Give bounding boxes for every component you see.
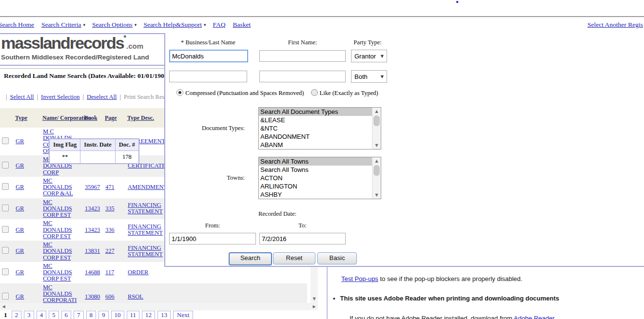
reset-button[interactable]: Reset	[273, 252, 315, 264]
row-type-desc-link[interactable]: FINANCING STATEMENT	[128, 223, 163, 236]
row-type-link[interactable]: GR	[16, 293, 24, 300]
date-to-input[interactable]	[259, 233, 346, 244]
scroll-right-icon[interactable]: ▶	[311, 303, 318, 310]
row-type-link[interactable]: GR	[16, 138, 24, 145]
row-type-link[interactable]: GR	[16, 269, 24, 276]
page-link[interactable]: 10	[111, 311, 124, 319]
listbox-scrollbar[interactable]: ▲ ▼	[372, 157, 381, 199]
scroll-up-icon[interactable]: ▲	[372, 157, 381, 165]
row-name-link[interactable]: MC DONALDS CORP EST	[43, 199, 72, 219]
compressed-radio[interactable]	[176, 89, 183, 96]
list-option[interactable]: ABANDONMENT	[259, 132, 372, 141]
page-link[interactable]: 12	[142, 311, 155, 319]
select-another-registry-link[interactable]: Select Another Regis	[587, 21, 643, 29]
row-name-link[interactable]: MC DONALDS CORP EST	[43, 263, 72, 282]
scrollbar-thumb[interactable]	[373, 115, 380, 126]
party-type-select-2[interactable]: Both ▼	[351, 70, 387, 83]
row-type-desc-link[interactable]: RSOL	[128, 293, 143, 300]
towns-listbox[interactable]: Search All TownsSearch All TownsACTONARL…	[258, 157, 381, 199]
page-link[interactable]: 7	[74, 311, 84, 319]
first-name-input-2[interactable]	[259, 71, 346, 82]
search-button[interactable]: Search	[229, 252, 272, 265]
row-type-link[interactable]: GR	[16, 247, 24, 254]
nav-item[interactable]: Search Criteria	[41, 21, 81, 29]
row-type-link[interactable]: GR	[16, 226, 24, 233]
nav-item[interactable]: Search Home	[0, 21, 34, 29]
horizontal-scrollbar[interactable]: ◀ ▶	[0, 303, 318, 310]
page-link[interactable]: 13	[157, 311, 171, 319]
listbox-scrollbar[interactable]: ▲ ▼	[372, 108, 381, 149]
row-page-link[interactable]: 606	[105, 293, 115, 300]
row-checkbox[interactable]	[2, 137, 9, 144]
page-link[interactable]: 2	[12, 311, 22, 319]
first-name-input[interactable]	[259, 50, 346, 62]
list-option[interactable]: Search All Towns	[259, 166, 372, 174]
sort-type[interactable]: Type	[15, 114, 27, 121]
row-checkbox[interactable]	[2, 205, 9, 211]
document-types-listbox[interactable]: Search All Document Types&LEASE&NTCABAND…	[258, 107, 381, 150]
row-page-link[interactable]: 471	[105, 184, 115, 190]
page-link[interactable]: 8	[86, 311, 97, 319]
page-link[interactable]: 6	[61, 311, 72, 319]
business-last-name-input-2[interactable]	[169, 71, 247, 82]
list-option[interactable]: &LEASE	[259, 116, 372, 124]
row-book-link[interactable]: 14688	[85, 269, 100, 276]
row-name-link[interactable]: MC DONALDS CORPORATION	[43, 284, 77, 303]
list-option[interactable]: Search All Towns	[259, 157, 372, 166]
scroll-down-icon[interactable]: ▼	[372, 142, 381, 149]
row-checkbox[interactable]	[2, 162, 9, 169]
row-checkbox[interactable]	[2, 183, 9, 190]
row-type-link[interactable]: GR	[16, 162, 24, 169]
nav-item[interactable]: Basket	[233, 21, 251, 29]
list-option[interactable]: &NTC	[259, 124, 372, 132]
party-type-select[interactable]: Grantor ▼	[351, 50, 387, 62]
nav-item[interactable]: Search Help&Support	[143, 21, 202, 29]
adobe-reader-link[interactable]: Adobe Reader	[514, 315, 555, 319]
row-page-link[interactable]: 117	[105, 269, 114, 276]
row-name-link[interactable]: MC DONALDS CORP EST	[43, 220, 72, 240]
test-popups-link[interactable]: Test Pop-ups	[341, 275, 378, 282]
sort-book[interactable]: Book	[84, 114, 98, 121]
page-link[interactable]: 9	[98, 311, 109, 319]
select-all-link[interactable]: Select All	[10, 94, 34, 100]
date-from-input[interactable]	[169, 233, 256, 244]
page-link[interactable]: 5	[49, 311, 59, 319]
list-option[interactable]: ARLINGTON	[259, 182, 372, 190]
like-radio[interactable]	[311, 89, 318, 96]
row-type-desc-link[interactable]: FINANCING STATEMENT	[128, 202, 163, 215]
row-checkbox[interactable]	[2, 268, 9, 275]
page-link[interactable]: 4	[37, 311, 47, 319]
row-type-desc-link[interactable]: ORDER	[128, 269, 148, 276]
list-option[interactable]: ACTON	[259, 174, 372, 182]
page-link[interactable]: 11	[127, 311, 140, 319]
row-book-link[interactable]: 13831	[85, 247, 100, 254]
row-type-desc-link[interactable]: FINANCING STATEMENT	[128, 244, 163, 258]
scroll-down-icon[interactable]: ▼	[311, 295, 318, 303]
invert-selection-link[interactable]: Invert Selection	[41, 94, 80, 100]
sort-type-desc[interactable]: Type Desc.	[127, 114, 154, 121]
scroll-up-icon[interactable]: ▲	[372, 108, 381, 115]
next-page-link[interactable]: Next	[173, 311, 193, 319]
scroll-left-icon[interactable]: ◀	[0, 303, 7, 310]
business-last-name-input[interactable]	[169, 50, 248, 62]
row-name-link[interactable]: MC DONALDS CORP EST	[43, 241, 72, 261]
scroll-down-icon[interactable]: ▼	[372, 191, 381, 199]
sort-page[interactable]: Page	[105, 114, 117, 121]
row-type-link[interactable]: GR	[16, 205, 24, 212]
nav-item[interactable]: Search Options	[92, 21, 133, 29]
row-page-link[interactable]: 227	[105, 247, 115, 254]
row-book-link[interactable]: 13423	[85, 226, 100, 233]
print-search-results-link[interactable]: Print Search Result	[124, 94, 165, 100]
basic-button[interactable]: Basic	[317, 252, 357, 264]
deselect-all-link[interactable]: Deselect All	[87, 94, 117, 100]
list-option[interactable]: ASHBY	[259, 190, 372, 199]
list-option[interactable]: Search All Document Types	[259, 108, 372, 116]
row-page-link[interactable]: 336	[105, 226, 115, 233]
row-type-desc-link[interactable]: AMENDMENT	[128, 184, 167, 190]
row-book-link[interactable]: 35967	[85, 184, 100, 190]
row-checkbox[interactable]	[2, 247, 9, 254]
nav-item[interactable]: FAQ	[213, 21, 226, 29]
row-page-link[interactable]: 335	[105, 205, 115, 212]
row-book-link[interactable]: 13423	[85, 205, 100, 212]
row-type-link[interactable]: GR	[16, 184, 24, 190]
